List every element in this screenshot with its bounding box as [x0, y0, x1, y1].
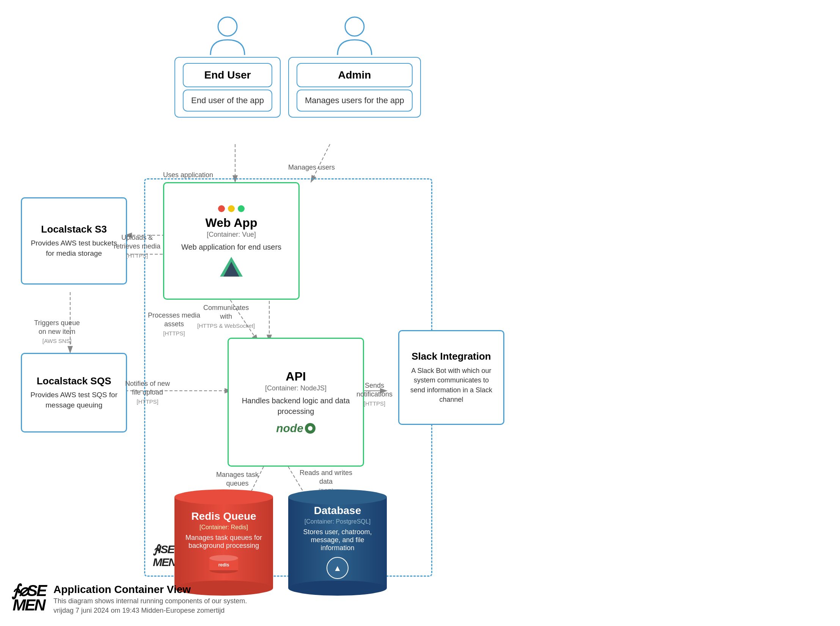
notifies-label: Notifies of newfile upload[HTTPS] [125, 379, 170, 406]
redis-title: Redis Queue [191, 510, 256, 522]
localstack-s3-container: Localstack S3 Provides AWS test buckets … [21, 197, 127, 285]
footer-title: Application Container View [53, 584, 247, 596]
localstack-sqs-container: Localstack SQS Provides AWS test SQS for… [21, 353, 127, 433]
postgres-logo: ▲ [326, 557, 349, 581]
db-title: Database [314, 505, 361, 517]
dot-green-dot [238, 205, 245, 212]
redis-logo: redis [209, 554, 239, 575]
end-user-actor: End User End user of the app [174, 15, 281, 118]
admin-actor: Admin Manages users for the app [288, 15, 421, 118]
svg-text:▲: ▲ [333, 563, 342, 573]
database-container: Database [Container: PostgreSQL] Stores … [288, 489, 387, 596]
dot-red [218, 205, 225, 212]
node-logo: node [276, 422, 316, 435]
sqs-desc: Provides AWS test SQS for message queuin… [29, 390, 119, 410]
communicates-label: Communicateswith[HTTPS & WebSocket] [197, 304, 255, 330]
admin-desc: Manages users for the app [297, 90, 413, 112]
api-desc: Handles backend logic and data processin… [236, 395, 356, 417]
api-container: API [Container: NodeJS] Handles backend … [228, 338, 364, 467]
footer-subtitle: This diagram shows internal running comp… [53, 597, 247, 605]
svg-text:redis: redis [218, 562, 229, 568]
vue-logo [220, 257, 243, 277]
slack-desc: A Slack Bot with which our system commun… [406, 366, 496, 404]
footer: ∱⌀SE MEN Application Container View This… [11, 584, 247, 615]
web-app-title: Web App [206, 216, 257, 230]
footer-date: vrijdag 7 juni 2024 om 19:43 Midden-Euro… [53, 607, 247, 615]
svg-point-13 [218, 17, 237, 36]
admin-box: Admin Manages users for the app [288, 57, 421, 118]
end-user-desc: End user of the app [183, 90, 272, 112]
footer-text: Application Container View This diagram … [53, 584, 247, 615]
end-user-figure [207, 15, 248, 57]
uploads-label: Uploads &retrieves media[HTTPS] [114, 233, 160, 260]
footer-logo2: MEN [13, 598, 44, 612]
web-app-desc: Web application for end users [181, 242, 281, 252]
end-user-box: End User End user of the app [174, 57, 281, 118]
sqs-title: Localstack SQS [37, 375, 111, 387]
api-type: [Container: NodeJS] [265, 384, 327, 392]
end-user-title: End User [183, 63, 272, 87]
slack-container: Slack Integration A Slack Bot with which… [398, 330, 504, 425]
redis-desc: Manages task queues for background proce… [181, 534, 267, 550]
processes-label: Processes mediaassets[HTTPS] [148, 311, 200, 338]
dot-yellow [228, 205, 235, 212]
diagram: End User End user of the app Admin Manag… [0, 0, 840, 626]
window-dots [218, 205, 245, 212]
slack-title: Slack Integration [411, 351, 491, 362]
manages-users-label: Manages users [288, 163, 335, 172]
wisemen-logo: ∱ISEMEN [153, 543, 176, 569]
footer-logo-container: ∱⌀SE MEN [11, 584, 46, 612]
s3-title: Localstack S3 [41, 223, 107, 235]
redis-container: Redis Queue [Container: Redis] Manages t… [174, 489, 273, 596]
admin-title: Admin [297, 63, 413, 87]
web-app-container: Web App [Container: Vue] Web application… [163, 182, 300, 300]
api-title: API [286, 370, 306, 384]
triggers-label: Triggers queueon new item[AWS SNS] [34, 319, 80, 345]
s3-desc: Provides AWS test buckets for media stor… [29, 238, 119, 258]
admin-figure [334, 15, 375, 57]
db-desc: Stores user, chatroom, message, and file… [294, 528, 381, 552]
db-type: [Container: PostgreSQL] [305, 518, 371, 525]
svg-point-14 [345, 17, 364, 36]
sends-label: Sendsnotifications[HTTPS] [356, 381, 393, 408]
web-app-type: [Container: Vue] [207, 231, 256, 239]
redis-type: [Container: Redis] [199, 524, 248, 531]
svg-point-19 [209, 555, 238, 561]
